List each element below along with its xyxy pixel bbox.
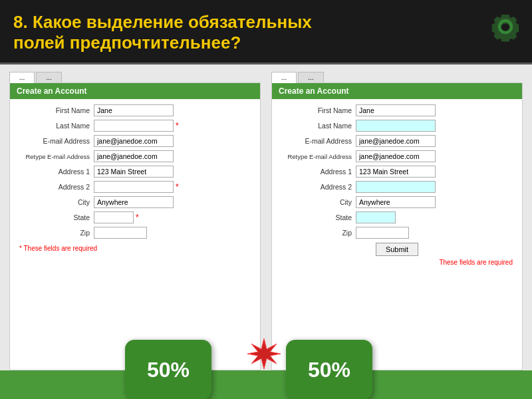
form-row: City <box>14 196 256 208</box>
svg-marker-0 <box>247 338 281 369</box>
gear-icon <box>485 7 525 47</box>
input-email-left[interactable] <box>94 135 174 147</box>
form-row: State * <box>14 211 256 223</box>
required-asterisk: * <box>136 213 139 222</box>
input-retype-email-left[interactable] <box>94 150 174 162</box>
right-form-title: Create an Account <box>279 86 349 96</box>
right-tab-active[interactable]: ... <box>271 72 297 83</box>
form-row: Zip <box>276 227 518 239</box>
bottom-bar: 50% 50% <box>0 370 532 399</box>
left-percentage-badge: 50% <box>125 340 211 399</box>
field-label-state-r: State <box>276 213 356 221</box>
field-label-zip: Zip <box>14 229 94 237</box>
right-form-panel: Create an Account First Name Last Name E… <box>271 82 523 370</box>
title-line1: 8. Какое выделение обязательных <box>13 12 312 32</box>
input-firstname-right[interactable] <box>356 104 436 116</box>
input-city-right[interactable] <box>356 196 436 208</box>
title-line2: полей предпочтительнее? <box>13 33 241 53</box>
right-form-body: First Name Last Name E-mail Address Rety… <box>272 99 522 274</box>
form-row: E-mail Address <box>14 135 256 147</box>
right-percentage-badge: 50% <box>286 340 372 399</box>
right-form-container: ... ... Create an Account First Name Las… <box>271 71 523 370</box>
field-label-city-r: City <box>276 198 356 206</box>
left-tabs: ... ... <box>9 71 261 82</box>
form-row: State <box>276 211 518 223</box>
field-label-address2-r: Address 2 <box>276 183 356 191</box>
input-address2-right[interactable] <box>356 181 436 193</box>
right-percentage-value: 50% <box>308 358 350 382</box>
field-label-firstname: First Name <box>14 106 94 114</box>
form-row: Address 1 <box>14 166 256 178</box>
required-note-text-right: These fields are required <box>439 259 513 266</box>
field-label-firstname-r: First Name <box>276 106 356 114</box>
form-row: City <box>276 196 518 208</box>
form-row: Address 2 * <box>14 181 256 193</box>
form-row: Address 1 <box>276 166 518 178</box>
required-asterisk: * <box>176 121 179 130</box>
submit-container: Submit <box>276 243 518 256</box>
field-label-retype-email-r: Retype E-mail Address <box>276 153 356 160</box>
left-tab-inactive[interactable]: ... <box>36 72 61 83</box>
form-row: Retype E-mail Address <box>14 150 256 162</box>
input-lastname-right[interactable] <box>356 120 436 132</box>
form-row: E-mail Address <box>276 135 518 147</box>
slide-header: 8. Какое выделение обязательных полей пр… <box>0 0 532 63</box>
field-label-address1: Address 1 <box>14 168 94 176</box>
right-tabs: ... ... <box>271 71 523 82</box>
input-retype-email-right[interactable] <box>356 150 436 162</box>
form-row: Last Name * <box>14 120 256 132</box>
left-percentage-value: 50% <box>147 358 190 382</box>
field-label-retype-email: Retype E-mail Address <box>14 153 94 160</box>
input-address1-left[interactable] <box>94 166 174 178</box>
input-lastname-left[interactable] <box>94 120 174 132</box>
form-row: Zip <box>14 227 256 239</box>
input-state-right[interactable] <box>356 211 396 223</box>
right-form-header: Create an Account <box>272 83 522 99</box>
explosion-icon <box>247 337 281 370</box>
field-label-lastname: Last Name <box>14 122 94 130</box>
form-row: First Name <box>276 104 518 116</box>
input-zip-left[interactable] <box>94 227 147 239</box>
left-form-container: ... ... Create an Account First Name Las… <box>9 71 261 370</box>
field-label-address1-r: Address 1 <box>276 168 356 176</box>
right-required-note: These fields are required <box>276 259 518 269</box>
input-city-left[interactable] <box>94 196 174 208</box>
input-firstname-left[interactable] <box>94 104 174 116</box>
left-tab-active[interactable]: ... <box>9 72 35 83</box>
left-form-panel: Create an Account First Name Last Name *… <box>9 82 261 370</box>
required-note-text: * These fields are required <box>19 245 97 252</box>
field-label-city: City <box>14 198 94 206</box>
field-label-email: E-mail Address <box>14 137 94 145</box>
form-row: Address 2 <box>276 181 518 193</box>
field-label-lastname-r: Last Name <box>276 122 356 130</box>
right-tab-inactive[interactable]: ... <box>298 72 323 83</box>
form-row: Retype E-mail Address <box>276 150 518 162</box>
left-form-body: First Name Last Name * E-mail Address Re… <box>10 99 260 260</box>
required-asterisk: * <box>176 182 179 192</box>
input-state-left[interactable] <box>94 211 134 223</box>
submit-button[interactable]: Submit <box>376 243 418 256</box>
input-email-right[interactable] <box>356 135 436 147</box>
form-row: First Name <box>14 104 256 116</box>
input-address2-left[interactable] <box>94 181 174 193</box>
field-label-email-r: E-mail Address <box>276 137 356 145</box>
field-label-address2: Address 2 <box>14 183 94 191</box>
form-row: Last Name <box>276 120 518 132</box>
field-label-state: State <box>14 213 94 221</box>
left-required-note: * These fields are required <box>14 242 256 255</box>
left-form-header: Create an Account <box>10 83 260 99</box>
input-zip-right[interactable] <box>356 227 409 239</box>
input-address1-right[interactable] <box>356 166 436 178</box>
slide-title: 8. Какое выделение обязательных полей пр… <box>13 12 479 53</box>
main-content: ... ... Create an Account First Name Las… <box>0 65 532 370</box>
left-form-title: Create an Account <box>17 86 87 96</box>
field-label-zip-r: Zip <box>276 229 356 237</box>
